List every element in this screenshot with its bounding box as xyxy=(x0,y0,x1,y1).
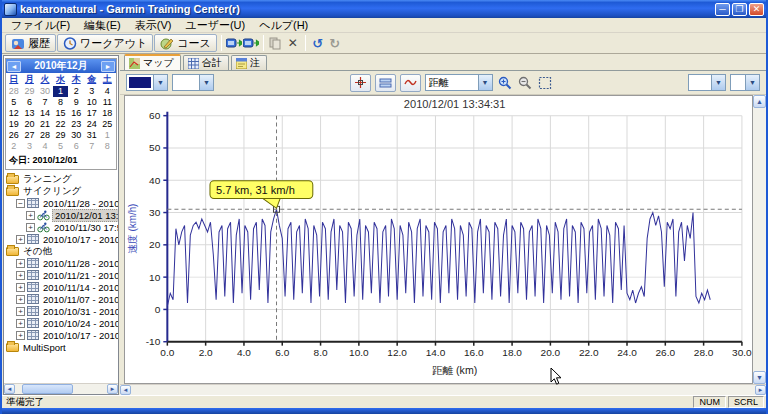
tree-item[interactable]: +2010/10/17 - 2010/10/23 xyxy=(4,329,118,341)
calendar-day[interactable]: 28 xyxy=(6,86,22,97)
tab-notes[interactable]: 注 xyxy=(231,55,267,70)
tree-item[interactable]: サイクリング xyxy=(4,185,118,197)
extra-select-1[interactable]: ▼ xyxy=(688,74,726,91)
menu-user[interactable]: ユーザー(U) xyxy=(178,18,252,33)
calendar-day[interactable]: 18 xyxy=(100,108,116,119)
tree-item[interactable]: +2010/11/07 - 2010/11/13 xyxy=(4,293,118,305)
expand-icon[interactable]: + xyxy=(16,331,25,340)
scroll-left-icon[interactable]: ◄ xyxy=(4,384,15,394)
scrollbar-track[interactable] xyxy=(15,384,107,394)
tree-item[interactable]: +2010/11/21 - 2010/11/27 xyxy=(4,269,118,281)
receive-from-device-icon[interactable] xyxy=(243,35,259,51)
history-button[interactable]: 履歴 xyxy=(5,34,56,52)
calendar-day[interactable]: 15 xyxy=(53,108,69,119)
gridlines-toggle[interactable] xyxy=(375,74,396,92)
chart-vertical-scrollbar[interactable]: ▲ ▼ xyxy=(753,95,766,384)
calendar-day[interactable]: 6 xyxy=(22,97,38,108)
calendar-day[interactable]: 8 xyxy=(100,141,116,152)
restore-button[interactable]: ❐ xyxy=(732,3,747,16)
zoom-out-icon[interactable] xyxy=(517,75,533,91)
speed-chart[interactable]: 0.02.04.06.08.010.012.014.016.018.020.02… xyxy=(125,96,752,383)
calendar-day[interactable]: 14 xyxy=(37,108,53,119)
expand-icon[interactable]: + xyxy=(16,283,25,292)
workout-button[interactable]: ワークアウト xyxy=(57,34,153,52)
minimize-button[interactable]: ─ xyxy=(715,3,730,16)
tree-item[interactable]: +2010/11/28 - 2010/12/04 xyxy=(4,257,118,269)
calendar-day[interactable]: 29 xyxy=(22,86,38,97)
series-color-select[interactable]: ▼ xyxy=(126,74,168,91)
calendar-day[interactable]: 13 xyxy=(22,108,38,119)
calendar-prev-button[interactable]: ◄ xyxy=(7,61,21,72)
calendar-day[interactable]: 4 xyxy=(100,86,116,97)
calendar-day[interactable]: 2 xyxy=(68,86,84,97)
scroll-down-icon[interactable]: ▼ xyxy=(753,371,766,384)
tree-item[interactable]: +2010/12/01 13:34:31 xyxy=(4,209,118,221)
calendar-day[interactable]: 4 xyxy=(37,141,53,152)
tab-totals[interactable]: 合計 xyxy=(183,55,229,70)
series2-color-select[interactable]: ▼ xyxy=(172,74,214,91)
close-button[interactable]: ✕ xyxy=(749,3,764,16)
copy-icon[interactable] xyxy=(268,35,284,51)
calendar-day[interactable]: 1 xyxy=(100,130,116,141)
calendar-day[interactable]: 12 xyxy=(6,108,22,119)
expand-icon[interactable]: + xyxy=(16,295,25,304)
scrollbar-track[interactable] xyxy=(131,385,755,395)
calendar-day[interactable]: 19 xyxy=(6,119,22,130)
smooth-curve-toggle[interactable] xyxy=(400,74,421,92)
scroll-left-icon[interactable]: ◄ xyxy=(120,385,131,395)
scroll-right-icon[interactable]: ► xyxy=(755,385,766,395)
zoom-fit-icon[interactable] xyxy=(537,75,553,91)
calendar-day[interactable]: 30 xyxy=(68,130,84,141)
calendar-day[interactable]: 11 xyxy=(100,97,116,108)
scroll-right-icon[interactable]: ► xyxy=(107,384,118,394)
expand-icon[interactable]: + xyxy=(16,235,25,244)
calendar-day[interactable]: 31 xyxy=(84,130,100,141)
tree-horizontal-scrollbar[interactable]: ◄ ► xyxy=(4,383,118,394)
tree-item[interactable]: MultiSport xyxy=(4,341,118,353)
menu-help[interactable]: ヘルプ(H) xyxy=(252,18,315,33)
delete-icon[interactable]: ✕ xyxy=(285,35,301,51)
menu-view[interactable]: 表示(V) xyxy=(128,18,179,33)
calendar-day[interactable]: 10 xyxy=(84,97,100,108)
menu-file[interactable]: ファイル(F) xyxy=(4,18,77,33)
expand-icon[interactable]: + xyxy=(26,223,35,232)
undo-icon[interactable]: ↺ xyxy=(310,35,326,51)
calendar-day[interactable]: 20 xyxy=(22,119,38,130)
collapse-icon[interactable]: − xyxy=(16,199,25,208)
expand-icon[interactable]: + xyxy=(26,211,35,220)
tree-item[interactable]: +2010/11/14 - 2010/11/20 xyxy=(4,281,118,293)
chart-horizontal-scrollbar[interactable]: ◄ ► xyxy=(120,384,766,395)
course-button[interactable]: コース xyxy=(154,34,217,52)
scrollbar-thumb[interactable] xyxy=(22,384,73,394)
tab-map[interactable]: マップ xyxy=(124,54,181,70)
calendar-next-button[interactable]: ► xyxy=(101,61,115,72)
calendar-day[interactable]: 6 xyxy=(68,141,84,152)
calendar-day[interactable]: 7 xyxy=(37,97,53,108)
expand-icon[interactable]: + xyxy=(16,307,25,316)
tree-item[interactable]: ランニング xyxy=(4,173,118,185)
calendar-day[interactable]: 16 xyxy=(68,108,84,119)
zoom-in-icon[interactable] xyxy=(497,75,513,91)
calendar-day[interactable]: 3 xyxy=(84,86,100,97)
crosshair-toggle[interactable] xyxy=(350,74,371,92)
redo-icon[interactable]: ↻ xyxy=(327,35,343,51)
calendar-day[interactable]: 28 xyxy=(37,130,53,141)
calendar-day[interactable]: 29 xyxy=(53,130,69,141)
calendar-day[interactable]: 5 xyxy=(53,141,69,152)
calendar-day[interactable]: 3 xyxy=(22,141,38,152)
calendar-day[interactable]: 2 xyxy=(6,141,22,152)
calendar-day[interactable]: 26 xyxy=(6,130,22,141)
expand-icon[interactable]: + xyxy=(16,319,25,328)
calendar-day[interactable]: 27 xyxy=(22,130,38,141)
calendar-day[interactable]: 5 xyxy=(6,97,22,108)
expand-icon[interactable]: + xyxy=(16,259,25,268)
scrollbar-track[interactable] xyxy=(753,108,766,371)
x-axis-mode-select[interactable]: 距離 ▼ xyxy=(425,74,493,91)
tree-item[interactable]: −2010/11/28 - 2010/12/04 xyxy=(4,197,118,209)
calendar-day[interactable]: 30 xyxy=(37,86,53,97)
tree-item[interactable]: +2010/10/24 - 2010/10/30 xyxy=(4,317,118,329)
calendar-day[interactable]: 9 xyxy=(68,97,84,108)
calendar-day[interactable]: 1 xyxy=(53,86,69,97)
tree-item[interactable]: +2010/10/17 - 2010/10/23 xyxy=(4,233,118,245)
calendar-day[interactable]: 17 xyxy=(84,108,100,119)
